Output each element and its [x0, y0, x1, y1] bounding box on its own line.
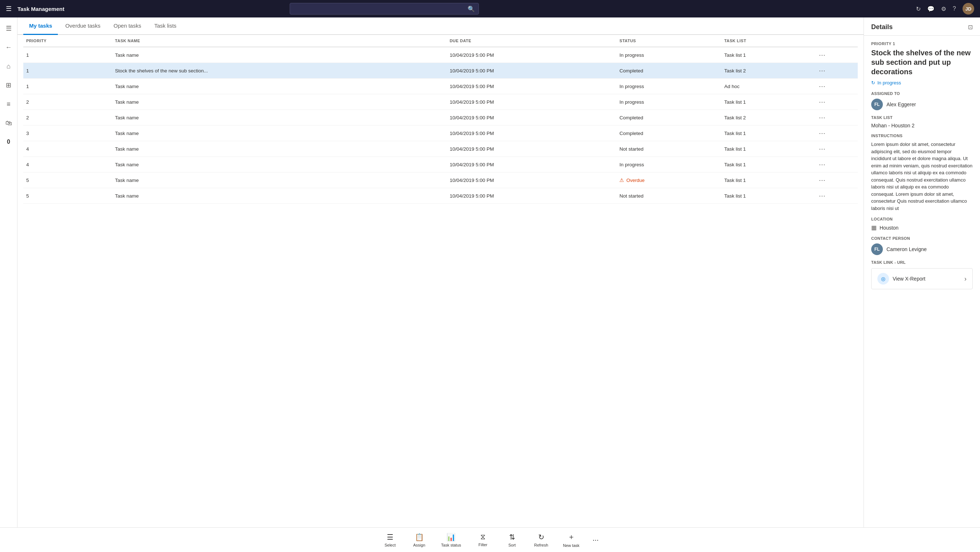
cell-row-menu[interactable]: ⋯ — [816, 110, 858, 126]
new-task-action[interactable]: ＋ New task — [556, 529, 587, 550]
status-refresh-icon: ↻ — [871, 80, 875, 86]
search-input[interactable] — [294, 6, 468, 12]
table-container: Priority Task Name Due Date Status Task … — [18, 35, 864, 527]
tabs: My tasks Overdue tasks Open tasks Task l… — [18, 17, 864, 35]
cell-row-menu[interactable]: ⋯ — [816, 94, 858, 110]
cell-row-menu[interactable]: ⋯ — [816, 188, 858, 204]
table-row[interactable]: 3Task name10/04/2019 5:00 PMCompletedTas… — [23, 126, 858, 141]
tab-open-tasks[interactable]: Open tasks — [108, 17, 147, 35]
cell-task-list: Task list 1 — [721, 188, 816, 204]
details-panel: Details ⊡ PRIORITY 1 Stock the shelves o… — [864, 17, 980, 527]
select-action[interactable]: ☰ Select — [375, 530, 405, 550]
details-collapse-icon[interactable]: ⊡ — [968, 24, 973, 30]
cell-priority: 3 — [23, 126, 112, 141]
table-row[interactable]: 2Task name10/04/2019 5:00 PMIn progressT… — [23, 94, 858, 110]
assignee-name: Alex Eggerer — [886, 102, 916, 107]
table-row[interactable]: 5Task name10/04/2019 5:00 PMNot startedT… — [23, 188, 858, 204]
details-title: Details — [871, 23, 892, 31]
detail-status-text: In progress — [877, 80, 901, 86]
table-row[interactable]: 2Task name10/04/2019 5:00 PMCompletedTas… — [23, 110, 858, 126]
hamburger-icon[interactable]: ☰ — [6, 5, 12, 13]
cell-task-name: Task name — [112, 110, 447, 126]
sidebar-badge-icon[interactable]: 0 — [2, 135, 15, 148]
table-row[interactable]: 1Task name10/04/2019 5:00 PMIn progressA… — [23, 79, 858, 94]
sidebar-apps-icon[interactable]: ⊞ — [2, 79, 15, 92]
cell-due-date: 10/04/2019 5:00 PM — [447, 110, 617, 126]
table-row[interactable]: 5Task name10/04/2019 5:00 PM⚠ OverdueTas… — [23, 172, 858, 188]
task-status-action[interactable]: 📊 Task status — [434, 530, 468, 550]
table-row[interactable]: 1Stock the shelves of the new sub sectio… — [23, 63, 858, 79]
contact-name: Cameron Levigne — [886, 247, 927, 252]
cell-task-list: Ad hoc — [721, 79, 816, 94]
top-bar: ☰ Task Management 🔍 ↻ 💬 ⚙ ? JD — [0, 0, 980, 17]
cell-row-menu[interactable]: ⋯ — [816, 47, 858, 63]
chat-icon[interactable]: 💬 — [927, 5, 934, 13]
table-row[interactable]: 4Task name10/04/2019 5:00 PMNot startedT… — [23, 141, 858, 157]
filter-label: Filter — [479, 542, 487, 547]
row-menu-icon[interactable]: ⋯ — [819, 161, 825, 168]
cell-task-list: Task list 2 — [721, 110, 816, 126]
x-report-icon: ◎ — [877, 273, 889, 285]
filter-action[interactable]: ⧖ Filter — [468, 530, 498, 550]
cell-task-list: Task list 1 — [721, 94, 816, 110]
view-x-left: ◎ View X-Report — [877, 273, 926, 285]
sidebar-tasks-icon[interactable]: ≡ — [2, 97, 15, 111]
tab-my-tasks[interactable]: My tasks — [23, 17, 58, 35]
cell-due-date: 10/04/2019 5:00 PM — [447, 172, 617, 188]
view-x-report-button[interactable]: ◎ View X-Report › — [871, 268, 973, 289]
row-menu-icon[interactable]: ⋯ — [819, 145, 825, 153]
badge-number: 0 — [7, 138, 10, 145]
select-icon: ☰ — [387, 533, 393, 541]
tab-overdue-tasks[interactable]: Overdue tasks — [59, 17, 106, 35]
more-actions-button[interactable]: ··· — [587, 533, 605, 547]
table-row[interactable]: 4Task name10/04/2019 5:00 PMIn progressT… — [23, 157, 858, 172]
bottom-bar: ☰ Select 📋 Assign 📊 Task status ⧖ Filter… — [0, 527, 980, 552]
refresh-topbar-icon[interactable]: ↻ — [916, 5, 921, 13]
col-status: Status — [616, 35, 721, 47]
contact-person-label: Contact person — [871, 236, 973, 240]
table-row[interactable]: 1Task name10/04/2019 5:00 PMIn progressT… — [23, 47, 858, 63]
row-menu-icon[interactable]: ⋯ — [819, 114, 825, 121]
row-menu-icon[interactable]: ⋯ — [819, 177, 825, 184]
cell-status: Completed — [616, 126, 721, 141]
cell-status: Completed — [616, 110, 721, 126]
task-list-value: Mohan - Houston 2 — [871, 122, 973, 129]
row-menu-icon[interactable]: ⋯ — [819, 130, 825, 137]
cell-row-menu[interactable]: ⋯ — [816, 141, 858, 157]
cell-priority: 5 — [23, 172, 112, 188]
cell-task-list: Task list 2 — [721, 63, 816, 79]
cell-due-date: 10/04/2019 5:00 PM — [447, 63, 617, 79]
cell-row-menu[interactable]: ⋯ — [816, 157, 858, 172]
refresh-action[interactable]: ↻ Refresh — [527, 530, 556, 550]
cell-row-menu[interactable]: ⋯ — [816, 79, 858, 94]
sidebar-back-icon[interactable]: ← — [2, 41, 15, 54]
help-icon[interactable]: ? — [953, 5, 956, 12]
cell-task-list: Task list 1 — [721, 157, 816, 172]
cell-status: Not started — [616, 141, 721, 157]
assignee-avatar: FL — [871, 99, 883, 110]
settings-icon[interactable]: ⚙ — [941, 5, 946, 13]
row-menu-icon[interactable]: ⋯ — [819, 98, 825, 105]
search-box[interactable]: 🔍 — [290, 3, 479, 14]
cell-task-name: Stock the shelves of the new sub section… — [112, 63, 447, 79]
row-menu-icon[interactable]: ⋯ — [819, 67, 825, 74]
cell-row-menu[interactable]: ⋯ — [816, 63, 858, 79]
cell-row-menu[interactable]: ⋯ — [816, 172, 858, 188]
sidebar-menu-icon[interactable]: ☰ — [2, 22, 15, 35]
cell-task-name: Task name — [112, 157, 447, 172]
row-menu-icon[interactable]: ⋯ — [819, 192, 825, 199]
sidebar-home-icon[interactable]: ⌂ — [2, 60, 15, 73]
col-actions — [816, 35, 858, 47]
tab-task-lists[interactable]: Task lists — [148, 17, 182, 35]
row-menu-icon[interactable]: ⋯ — [819, 83, 825, 90]
detail-assignee: FL Alex Eggerer — [871, 99, 973, 110]
avatar[interactable]: JD — [963, 3, 974, 14]
cell-row-menu[interactable]: ⋯ — [816, 126, 858, 141]
row-menu-icon[interactable]: ⋯ — [819, 51, 825, 59]
cell-due-date: 10/04/2019 5:00 PM — [447, 79, 617, 94]
sort-action[interactable]: ⇅ Sort — [498, 530, 527, 550]
assign-action[interactable]: 📋 Assign — [405, 530, 434, 550]
cell-priority: 1 — [23, 79, 112, 94]
sidebar-bag-icon[interactable]: 🛍 — [2, 116, 15, 130]
cell-due-date: 10/04/2019 5:00 PM — [447, 126, 617, 141]
